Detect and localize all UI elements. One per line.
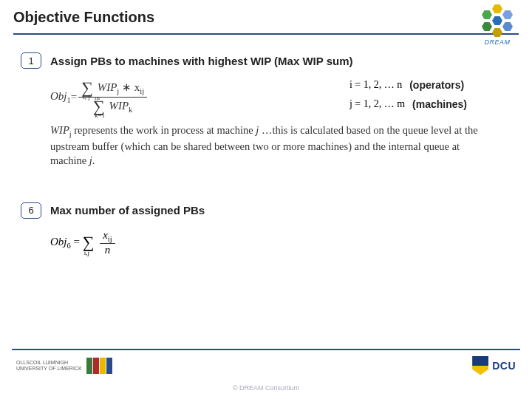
obj1-lhs: Obj (50, 90, 67, 102)
objective-1-row: 1 Assign PBs to machines with highest WI… (21, 52, 511, 69)
obj6-lhs-sub: 6 (67, 242, 71, 250)
dream-logo: DREAM (476, 4, 519, 46)
wip-j: WIP (98, 81, 117, 93)
sum-sup: m (95, 95, 100, 102)
objective-6-title: Max number of assigned PBs (50, 204, 205, 216)
wip-k-sub: k (129, 106, 132, 114)
desc-t6: . (92, 154, 95, 166)
objective-6-number: 6 (21, 202, 41, 219)
index-j-label: (machines) (412, 98, 467, 110)
dcu-shield-icon (472, 356, 488, 375)
objective-1-title: Assign PBs to machines with highest WIP … (50, 55, 353, 67)
index-j-expr: j = 1, 2, … m (349, 98, 405, 110)
sigma-icon: ∑i,j (83, 233, 95, 252)
objective-6-row: 6 Max number of assigned PBs (21, 202, 511, 219)
sigma-icon: ∑i, j (81, 79, 93, 97)
ul-line1: OLLSCOIL LUIMNIGH (16, 360, 82, 366)
wip-k: WIP (109, 100, 129, 112)
dcu-text: DCU (492, 360, 516, 372)
sum-sub-k: k=1 (95, 112, 105, 120)
ul-line2: UNIVERSITY OF LIMERICK (16, 366, 82, 372)
index-i-expr: i = 1, 2, … n (349, 79, 402, 91)
index-i-line: i = 1, 2, … n (operators) (349, 79, 467, 91)
footer-rule (12, 349, 520, 350)
slide-footer: OLLSCOIL LUIMNIGH UNIVERSITY OF LIMERICK… (0, 349, 532, 399)
slide-header: Objective Functions DREAM (0, 0, 532, 30)
desc-wip: WIP (50, 124, 69, 136)
obj6-lhs: Obj (50, 236, 67, 248)
index-i-label: (operators) (409, 79, 464, 91)
index-j-line: j = 1, 2, … m (machines) (349, 98, 467, 110)
ul-flag-icon (86, 358, 112, 374)
dcu-logo: DCU (472, 356, 516, 375)
mul-x: ∗ x (122, 81, 140, 93)
hex-cluster-icon (476, 4, 519, 37)
sum-sub-ij: i,j (84, 249, 89, 256)
eq-sign-6: = (74, 236, 83, 248)
slide-content: 1 Assign PBs to machines with highest WI… (0, 35, 532, 256)
x-ij-sub: ij (140, 87, 144, 95)
wip-j-sub: j (117, 87, 119, 95)
eq-sign: = (71, 91, 77, 103)
x-ij-sub-6: ij (108, 235, 112, 243)
desc-t2: represents the work in process at machin… (72, 124, 256, 136)
objective-1-number: 1 (21, 52, 41, 69)
objective-1-description: WIPj represents the work in process at m… (21, 117, 511, 168)
n-body: n (105, 244, 111, 256)
objective-6-formula: Obj6 = ∑i,j xij n (21, 229, 511, 256)
copyright-text: © DREAM Consortium (233, 384, 299, 392)
dream-brand-text: DREAM (484, 38, 510, 46)
objective-1-formula: Obj1 = ∑i, j WIPj ∗ xij ∑mk=1 WIPk (21, 79, 149, 115)
ul-logo: OLLSCOIL LUIMNIGH UNIVERSITY OF LIMERICK (16, 358, 112, 374)
page-title: Objective Functions (13, 9, 154, 26)
x-body: x (103, 229, 108, 241)
sum-sub: i, j (83, 94, 90, 101)
sigma-icon: ∑mk=1 (93, 98, 105, 115)
